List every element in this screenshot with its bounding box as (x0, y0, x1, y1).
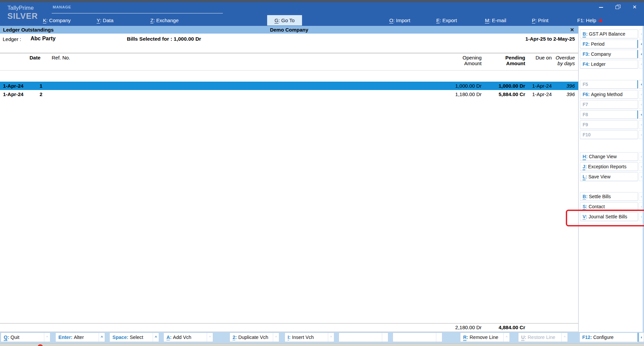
report-title-bar: Ledger Outstandings Demo Company ✕ (0, 26, 578, 34)
cell-opening-amount: 1,000.00 Dr (455, 83, 482, 89)
menu-item-print[interactable]: P: Print (532, 15, 548, 26)
hotkey-letter: F3 (583, 51, 588, 57)
hotkey-letter: F10 (583, 132, 591, 137)
menu-item-company[interactable]: K: Company (43, 15, 71, 26)
sidebar-button-period[interactable]: F2: Period‹ (580, 40, 644, 48)
menu-item-exchange[interactable]: Z: Exchange (150, 15, 179, 26)
bottom-button-add-vch[interactable]: A: Add Vch^ (163, 333, 213, 342)
cell-due-on: 1-Apr-24 (532, 91, 552, 97)
sidebar-button-company[interactable]: F3: Company‹ (580, 50, 644, 58)
hotkey-letter: A (166, 335, 170, 340)
bottom-button-remove-line[interactable]: R: Remove Line^ (460, 333, 510, 342)
bottom-button-select[interactable]: Space: Select^ (109, 333, 159, 342)
hotkey-letter: F2 (583, 41, 588, 47)
caret-up-icon: ^ (561, 333, 567, 342)
restore-icon[interactable] (615, 4, 621, 10)
hotkey-letter: O (389, 17, 393, 23)
hotkey-letter: Space (112, 335, 127, 340)
menu-item-export[interactable]: E: Export (436, 15, 457, 26)
close-report-icon[interactable]: ✕ (570, 26, 574, 34)
sidebar-button-save-view[interactable]: L: Save View‹ (580, 172, 644, 181)
sidebar-button-f5[interactable]: F5‹ (580, 80, 644, 89)
hotkey-letter: F5 (583, 82, 588, 87)
hotkey-letter: M (485, 17, 489, 23)
button-label: Journal Settle Bills (589, 214, 627, 219)
button-label: Remove Line (469, 335, 498, 340)
hotkey-letter: V (583, 214, 586, 219)
caret-up-icon: ^ (99, 333, 105, 342)
panel-edge-strip (643, 26, 644, 332)
hotkey-letter: F1 (577, 17, 583, 23)
column-header-pending-amount: PendingAmount (505, 55, 525, 66)
cell-pending-amount: 5,884.00 Cr (499, 91, 525, 97)
button-label: Configure (593, 335, 614, 340)
button-label: Quit (10, 335, 19, 340)
taskbar-app-icon[interactable] (38, 344, 43, 346)
menu-item-help[interactable]: F1: Help (577, 15, 602, 26)
caret-up-icon (382, 333, 388, 342)
hotkey-letter: R (463, 335, 466, 340)
button-label: Restore Line (528, 335, 555, 340)
button-label: Change View (589, 154, 617, 159)
hotkey-letter: F8 (583, 112, 588, 117)
button-label: Save View (588, 174, 610, 179)
sidebar-button-ageing-method[interactable]: F6: Ageing Method‹ (580, 90, 644, 99)
menu-item-go-to[interactable]: G: Go To (267, 15, 302, 26)
sidebar-button-settle-bills[interactable]: B: Settle Bills‹ (580, 192, 644, 201)
window-top-strip (0, 0, 644, 2)
sidebar-button-f9[interactable]: F9‹ (580, 120, 644, 129)
sidebar-button-contact[interactable]: S: Contact‹ (580, 202, 644, 211)
cell-overdue-days: 396 (566, 91, 575, 97)
cell-ref-no: 2 (40, 91, 42, 97)
bottom-button-alter[interactable]: Enter: Alter^ (55, 333, 105, 342)
sidebar-button-exception-reports[interactable]: J: Exception Reports‹ (580, 162, 644, 171)
sidebar-button-ledger[interactable]: F4: Ledger‹ (580, 60, 644, 69)
sidebar-button-f8[interactable]: F8‹ (580, 110, 644, 119)
company-name: Demo Company (0, 26, 578, 34)
button-label: Duplicate Vch (238, 335, 268, 340)
sidebar-button-f10[interactable]: F10‹ (580, 130, 644, 139)
hotkey-letter: J (583, 164, 585, 169)
button-label: Add Vch (173, 335, 191, 340)
hotkey-letter: B (583, 31, 586, 37)
hotkey-letter: Z (150, 17, 153, 23)
column-header-opening-amount: OpeningAmount (462, 55, 482, 66)
ledger-name: Abc Party (31, 36, 56, 42)
brand-product: TallyPrime (7, 5, 34, 11)
taskbar-sliver (0, 343, 644, 346)
table-row[interactable]: 1-Apr-2411,000.00 Dr1,000.00 Dr1-Apr-243… (0, 82, 578, 90)
button-label: Period (591, 41, 604, 47)
bottom-button-restore-line[interactable]: U: Restore Line^ (518, 333, 568, 342)
sidebar-button-change-view[interactable]: H: Change View‹ (580, 152, 644, 161)
minimize-icon[interactable] (598, 4, 604, 10)
sidebar-button-gst-api-balance[interactable]: B: GST API Balance‹ (580, 30, 644, 38)
chevron-left-icon[interactable]: ‹ (639, 333, 644, 342)
sidebar-button-journal-settle-bills[interactable]: V: Journal Settle Bills‹ (580, 212, 644, 221)
caret-up-icon: ^ (328, 333, 334, 342)
table-row[interactable]: 1-Apr-2421,180.00 Dr5,884.00 Cr1-Apr-243… (0, 90, 578, 98)
bottom-button-bar: Q: Quit^Enter: Alter^Space: Select^A: Ad… (0, 332, 644, 343)
hotkey-letter: E (436, 17, 440, 23)
close-window-icon[interactable]: ✕ (632, 4, 637, 10)
button-label: Select (130, 335, 143, 340)
cell-overdue-days: 396 (566, 83, 575, 89)
button-label: Ageing Method (591, 92, 623, 97)
hotkey-letter: Q (4, 335, 7, 340)
totals-row: 2,180.00 Dr 4,884.00 Cr (0, 323, 578, 332)
hotkey-letter: K (43, 17, 46, 23)
bottom-button-quit[interactable]: Q: Quit^ (1, 333, 50, 342)
column-header-due-on: Due on (536, 55, 552, 60)
caret-up-icon: ^ (44, 333, 50, 342)
bottom-button-empty (393, 333, 442, 342)
cell-due-on: 1-Apr-24 (532, 83, 552, 89)
bottom-button-configure[interactable]: F12: Configure‹ (580, 333, 644, 342)
caret-up-icon: ^ (503, 333, 509, 342)
menu-item-data[interactable]: Y: Data (97, 15, 113, 26)
menu-item-import[interactable]: O: Import (389, 15, 410, 26)
cell-ref-no: 1 (40, 83, 42, 89)
bottom-button-duplicate-vch[interactable]: 2: Duplicate Vch^ (230, 333, 279, 342)
bottom-button-insert-vch[interactable]: I: Insert Vch^ (285, 333, 334, 342)
hotkey-letter: G (275, 17, 279, 23)
menu-item-e-mail[interactable]: M: E-mail (485, 15, 506, 26)
sidebar-button-f7[interactable]: F7‹ (580, 100, 644, 109)
